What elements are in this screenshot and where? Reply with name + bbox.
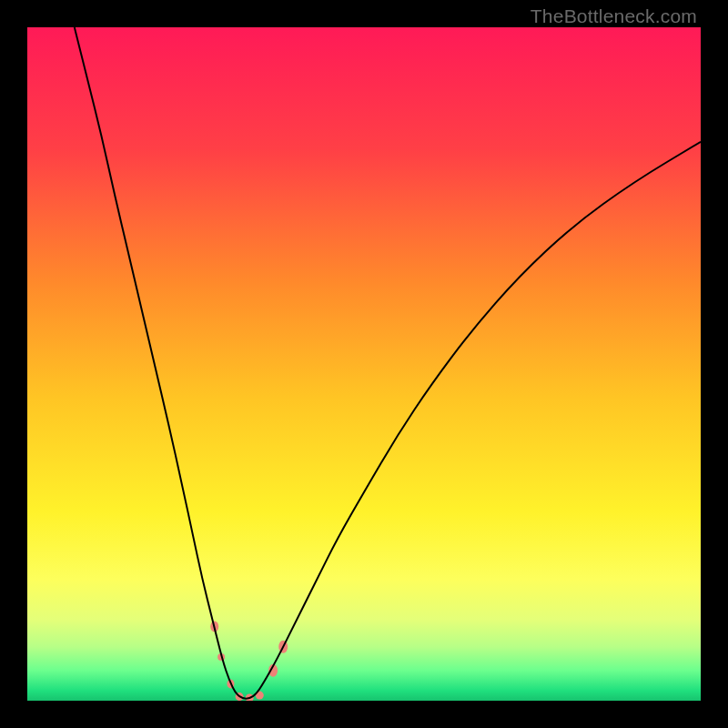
curve-layer bbox=[27, 27, 701, 701]
chart-container: TheBottleneck.com bbox=[0, 0, 728, 728]
bottleneck-curve bbox=[75, 27, 701, 699]
plot-area bbox=[27, 27, 701, 701]
watermark-text: TheBottleneck.com bbox=[531, 5, 697, 27]
